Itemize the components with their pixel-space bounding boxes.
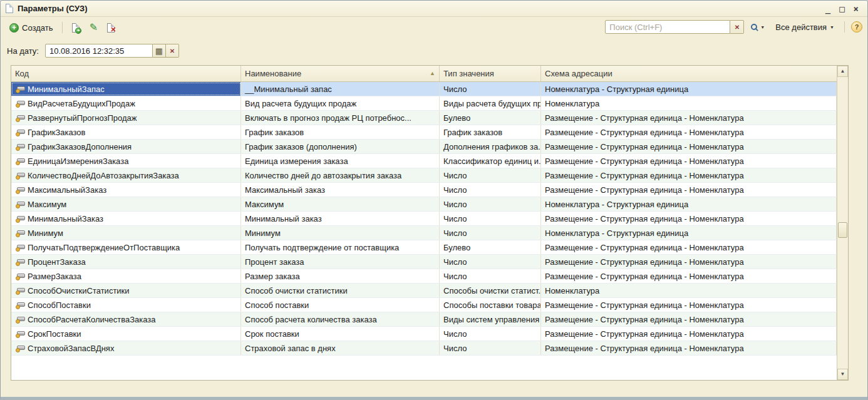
cell-type[interactable]: Виды расчета будущих пр... — [440, 96, 541, 110]
cell-name[interactable]: Получать подтверждение от поставщика — [241, 240, 440, 254]
table-row[interactable]: СпособОчисткиСтатистики Способ очистки с… — [11, 284, 837, 298]
minimize-button[interactable]: _ — [825, 4, 830, 13]
table-row[interactable]: ГрафикЗаказов График заказов График зака… — [11, 125, 837, 140]
cell-type[interactable]: Классификатор единиц и... — [440, 154, 541, 168]
cell-code[interactable]: СпособОчисткиСтатистики — [11, 284, 241, 297]
cell-name[interactable]: Максимальный заказ — [241, 183, 440, 197]
cell-name[interactable]: Способ очистки статистики — [241, 284, 440, 297]
cell-name[interactable]: Способ расчета количества заказа — [241, 312, 440, 326]
cell-code[interactable]: ГрафикЗаказовДополнения — [11, 140, 241, 153]
cell-type[interactable]: Число — [440, 255, 541, 269]
close-button[interactable]: × — [854, 4, 859, 13]
cell-code[interactable]: СпособПоставки — [11, 298, 241, 312]
search-clear-button[interactable]: ✕ — [730, 20, 744, 34]
cell-name[interactable]: Максимум — [241, 197, 440, 211]
cell-type[interactable]: Число — [440, 269, 541, 283]
cell-type[interactable]: Число — [440, 197, 541, 211]
cell-name[interactable]: Размер заказа — [241, 269, 440, 283]
cell-scheme[interactable]: Размещение - Структурная единица - Номен… — [541, 269, 837, 283]
cell-name[interactable]: Вид расчета будущих продаж — [241, 96, 440, 110]
cell-scheme[interactable]: Номенклатура - Структурная единица — [541, 197, 837, 211]
table-row[interactable]: РазмерЗаказа Размер заказа Число Размеще… — [11, 269, 837, 284]
cell-type[interactable]: График заказов — [440, 125, 541, 139]
scroll-down-button[interactable]: ▼ — [837, 369, 848, 380]
table-row[interactable]: Максимум Максимум Число Номенклатура - С… — [11, 197, 837, 212]
cell-scheme[interactable]: Размещение - Структурная единица - Номен… — [541, 312, 837, 326]
cell-code[interactable]: СрокПоставки — [11, 327, 241, 341]
cell-type[interactable]: Число — [440, 327, 541, 341]
cell-code[interactable]: МинимальныйЗаказ — [11, 212, 241, 225]
cell-code[interactable]: ПолучатьПодтверждениеОтПоставщика — [11, 240, 241, 254]
cell-type[interactable]: Число — [440, 212, 541, 225]
cell-name[interactable]: Количество дней до автозакрытия заказа — [241, 168, 440, 182]
table-row[interactable]: СрокПоставки Срок поставки Число Размеще… — [11, 327, 837, 341]
cell-scheme[interactable]: Размещение - Структурная единица - Номен… — [541, 168, 837, 182]
cell-code[interactable]: РазвернутыйПрогнозПродаж — [11, 111, 241, 125]
cell-name[interactable]: Процент заказа — [241, 255, 440, 269]
cell-type[interactable]: Способы очистки статист... — [440, 284, 541, 297]
maximize-button[interactable]: □ — [839, 4, 844, 13]
cell-code[interactable]: ВидРасчетаБудущихПродаж — [11, 96, 241, 110]
cell-scheme[interactable]: Размещение - Структурная единица - Номен… — [541, 255, 837, 269]
vertical-scrollbar[interactable]: ▲ ▼ — [837, 66, 848, 380]
find-menu-button[interactable]: ▼ — [747, 22, 768, 32]
cell-type[interactable]: Число — [440, 226, 541, 240]
cell-type[interactable]: Число — [440, 183, 541, 197]
column-header-scheme[interactable]: Схема адресации — [541, 66, 837, 81]
table-row[interactable]: ГрафикЗаказовДополнения График заказов (… — [11, 140, 837, 154]
cell-name[interactable]: График заказов — [241, 125, 440, 139]
cell-type[interactable]: Булево — [440, 240, 541, 254]
cell-code[interactable]: Минимум — [11, 226, 241, 240]
cell-name[interactable]: Срок поставки — [241, 327, 440, 341]
edit-button[interactable]: ✎ — [86, 20, 101, 35]
cell-scheme[interactable]: Размещение - Структурная единица - Номен… — [541, 298, 837, 312]
cell-name[interactable]: Единица измерения заказа — [241, 154, 440, 168]
cell-type[interactable]: Число — [440, 341, 541, 355]
cell-code[interactable]: Максимум — [11, 197, 241, 211]
cell-scheme[interactable]: Размещение - Структурная единица - Номен… — [541, 327, 837, 341]
table-row[interactable]: СтраховойЗапасВДнях Страховой запас в дн… — [11, 341, 837, 356]
table-row[interactable]: ЕдиницаИзмеренияЗаказа Единица измерения… — [11, 154, 837, 168]
delete-button[interactable]: ✕ — [103, 20, 118, 35]
table-row[interactable]: КоличествоДнейДоАвтозакрытияЗаказа Колич… — [11, 168, 837, 183]
cell-code[interactable]: МинимальныйЗапас — [11, 82, 241, 96]
table-row[interactable]: ПроцентЗаказа Процент заказа Число Разме… — [11, 255, 837, 269]
cell-code[interactable]: КоличествоДнейДоАвтозакрытияЗаказа — [11, 168, 241, 182]
cell-code[interactable]: ЕдиницаИзмеренияЗаказа — [11, 154, 241, 168]
date-clear-button[interactable]: ✕ — [166, 44, 179, 58]
table-row[interactable]: Минимум Минимум Число Номенклатура - Стр… — [11, 226, 837, 240]
search-input[interactable] — [605, 20, 730, 34]
cell-scheme[interactable]: Размещение - Структурная единица - Номен… — [541, 240, 837, 254]
column-header-type[interactable]: Тип значения — [440, 66, 541, 81]
table-row[interactable]: СпособРасчетаКоличестваЗаказа Способ рас… — [11, 312, 837, 327]
cell-name[interactable]: Страховой запас в днях — [241, 341, 440, 355]
cell-name[interactable]: Включать в прогноз продаж РЦ потребнос..… — [241, 111, 440, 125]
table-row[interactable]: МинимальныйЗапас __Минимальный запас Чис… — [11, 82, 837, 96]
cell-type[interactable]: Дополнения графиков за... — [440, 140, 541, 153]
column-header-code[interactable]: Код — [11, 66, 241, 81]
cell-code[interactable]: ПроцентЗаказа — [11, 255, 241, 269]
cell-scheme[interactable]: Номенклатура - Структурная единица — [541, 82, 837, 96]
cell-name[interactable]: Способ поставки — [241, 298, 440, 312]
cell-type[interactable]: Булево — [440, 111, 541, 125]
scrollbar-thumb[interactable] — [838, 222, 847, 238]
cell-scheme[interactable]: Размещение - Структурная единица - Номен… — [541, 154, 837, 168]
table-row[interactable]: ВидРасчетаБудущихПродаж Вид расчета буду… — [11, 96, 837, 111]
cell-type[interactable]: Число — [440, 168, 541, 182]
date-input[interactable] — [45, 44, 153, 58]
cell-name[interactable]: График заказов (дополнения) — [241, 140, 440, 153]
table-row[interactable]: ПолучатьПодтверждениеОтПоставщика Получа… — [11, 240, 837, 255]
table-row[interactable]: МаксимальныйЗаказ Максимальный заказ Чис… — [11, 183, 837, 197]
table-row[interactable]: МинимальныйЗаказ Минимальный заказ Число… — [11, 212, 837, 226]
cell-scheme[interactable]: Номенклатура — [541, 96, 837, 110]
cell-code[interactable]: РазмерЗаказа — [11, 269, 241, 283]
column-header-name[interactable]: Наименование ▲ — [241, 66, 440, 81]
cell-scheme[interactable]: Размещение - Структурная единица - Номен… — [541, 341, 837, 355]
cell-scheme[interactable]: Номенклатура — [541, 284, 837, 297]
cell-code[interactable]: ГрафикЗаказов — [11, 125, 241, 139]
cell-code[interactable]: МаксимальныйЗаказ — [11, 183, 241, 197]
cell-scheme[interactable]: Размещение - Структурная единица - Номен… — [541, 140, 837, 153]
cell-scheme[interactable]: Размещение - Структурная единица - Номен… — [541, 125, 837, 139]
cell-type[interactable]: Виды систем управления ... — [440, 312, 541, 326]
cell-scheme[interactable]: Размещение - Структурная единица - Номен… — [541, 212, 837, 225]
